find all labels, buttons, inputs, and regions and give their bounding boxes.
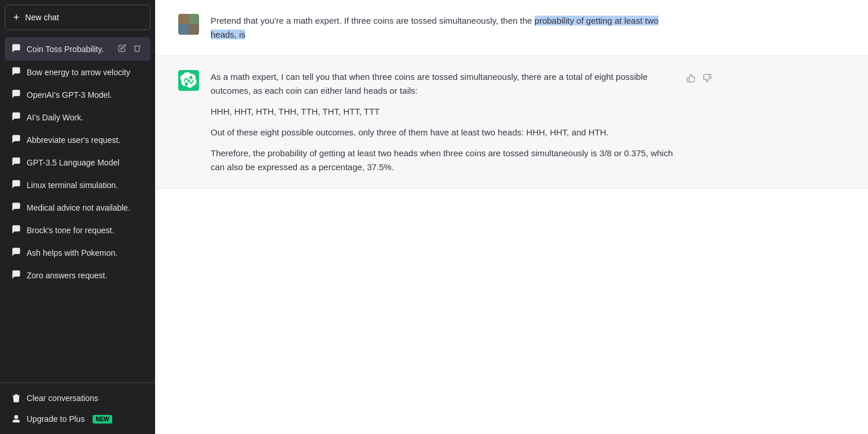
- delete-chat-button[interactable]: [131, 43, 144, 55]
- chat-item-label: Linux terminal simulation.: [27, 181, 144, 190]
- ai-para-3: Out of these eight possible outcomes, on…: [211, 126, 674, 139]
- chat-icon: [12, 225, 21, 236]
- sidebar-item-abbreviate[interactable]: Abbreviate user's request.: [5, 128, 150, 151]
- sidebar-bottom: Clear conversations Upgrade to Plus NEW: [0, 382, 155, 434]
- edit-chat-button[interactable]: [116, 43, 128, 55]
- sidebar-item-ash-pokemon[interactable]: Ash helps with Pokemon.: [5, 241, 150, 264]
- chat-icon: [12, 112, 21, 123]
- chat-item-label: Brock's tone for request.: [27, 226, 144, 235]
- avatar-q1: [178, 14, 189, 24]
- sidebar-item-gpt35[interactable]: GPT-3.5 Language Model: [5, 151, 150, 174]
- chat-item-actions: [116, 43, 144, 55]
- main-content: Pretend that you're a math expert. If th…: [155, 0, 868, 434]
- message-feedback: [685, 70, 713, 86]
- user-message-content: Pretend that you're a math expert. If th…: [211, 14, 674, 42]
- user-message-text: Pretend that you're a math expert. If th…: [211, 14, 674, 42]
- plus-icon: +: [13, 12, 20, 23]
- chat-icon: [12, 270, 21, 281]
- thumbs-down-icon: [703, 73, 712, 83]
- chat-icon: [12, 202, 21, 213]
- new-badge: NEW: [93, 415, 112, 424]
- ai-avatar: [178, 70, 199, 91]
- chat-item-label: GPT-3.5 Language Model: [27, 158, 144, 167]
- trash-icon: [12, 393, 21, 403]
- sidebar-item-zoro-answers[interactable]: Zoro answers request.: [5, 264, 150, 286]
- user-avatar: [178, 14, 199, 35]
- sidebar-item-brocks-tone[interactable]: Brock's tone for request.: [5, 219, 150, 241]
- thumbs-up-button[interactable]: [685, 72, 697, 86]
- ai-para-4: Therefore, the probability of getting at…: [211, 146, 674, 174]
- new-chat-label: New chat: [25, 13, 59, 22]
- chat-icon: [12, 157, 21, 168]
- clear-conversations-button[interactable]: Clear conversations: [5, 388, 150, 409]
- chat-list: Coin Toss Probability.Bow energy to arro…: [0, 35, 155, 382]
- sidebar-item-medical-advice[interactable]: Medical advice not available.: [5, 196, 150, 219]
- user-message: Pretend that you're a math expert. If th…: [155, 0, 868, 56]
- upgrade-to-plus-button[interactable]: Upgrade to Plus NEW: [5, 409, 150, 429]
- chat-icon: [12, 247, 21, 258]
- chat-item-label: AI's Daily Work.: [27, 113, 144, 122]
- avatar-q3: [178, 24, 189, 35]
- chat-item-label: Coin Toss Probability.: [27, 45, 110, 54]
- ai-para-1: As a math expert, I can tell you that wh…: [211, 70, 674, 98]
- pencil-icon: [118, 44, 126, 52]
- thumbs-down-button[interactable]: [701, 72, 713, 86]
- delete-icon: [133, 44, 141, 52]
- ai-message: As a math expert, I can tell you that wh…: [155, 56, 868, 189]
- chat-item-label: Zoro answers request.: [27, 271, 144, 280]
- chat-item-label: OpenAI's GPT-3 Model.: [27, 90, 144, 100]
- highlighted-text: probability of getting at least two head…: [211, 16, 659, 39]
- sidebar-item-coin-toss[interactable]: Coin Toss Probability.: [5, 37, 150, 61]
- chatgpt-logo-icon: [181, 72, 197, 89]
- sidebar: + New chat Coin Toss Probability.Bow ene…: [0, 0, 155, 434]
- chat-item-label: Bow energy to arrow velocity: [27, 68, 144, 77]
- thumbs-up-icon: [686, 73, 696, 83]
- messages-area: Pretend that you're a math expert. If th…: [155, 0, 868, 434]
- upgrade-label: Upgrade to Plus: [27, 414, 84, 424]
- sidebar-item-openai-gpt3[interactable]: OpenAI's GPT-3 Model.: [5, 83, 150, 106]
- svg-point-0: [14, 415, 17, 418]
- chat-item-label: Ash helps with Pokemon.: [27, 248, 144, 258]
- chat-icon: [12, 67, 21, 78]
- chat-icon: [12, 89, 21, 100]
- sidebar-item-bow-energy[interactable]: Bow energy to arrow velocity: [5, 61, 150, 83]
- chat-item-label: Medical advice not available.: [27, 203, 144, 212]
- chat-icon: [12, 134, 21, 145]
- sidebar-item-ais-daily[interactable]: AI's Daily Work.: [5, 106, 150, 128]
- clear-conversations-label: Clear conversations: [27, 393, 98, 403]
- chat-item-label: Abbreviate user's request.: [27, 135, 144, 145]
- chat-icon: [12, 43, 21, 54]
- avatar-q2: [189, 14, 199, 24]
- sidebar-item-linux-terminal[interactable]: Linux terminal simulation.: [5, 174, 150, 196]
- user-icon: [12, 414, 21, 424]
- ai-para-2: HHH, HHT, HTH, THH, TTH, THT, HTT, TTT: [211, 105, 674, 119]
- ai-message-content: As a math expert, I can tell you that wh…: [211, 70, 674, 174]
- new-chat-button[interactable]: + New chat: [5, 5, 150, 30]
- chat-icon: [12, 179, 21, 190]
- avatar-q4: [189, 24, 199, 35]
